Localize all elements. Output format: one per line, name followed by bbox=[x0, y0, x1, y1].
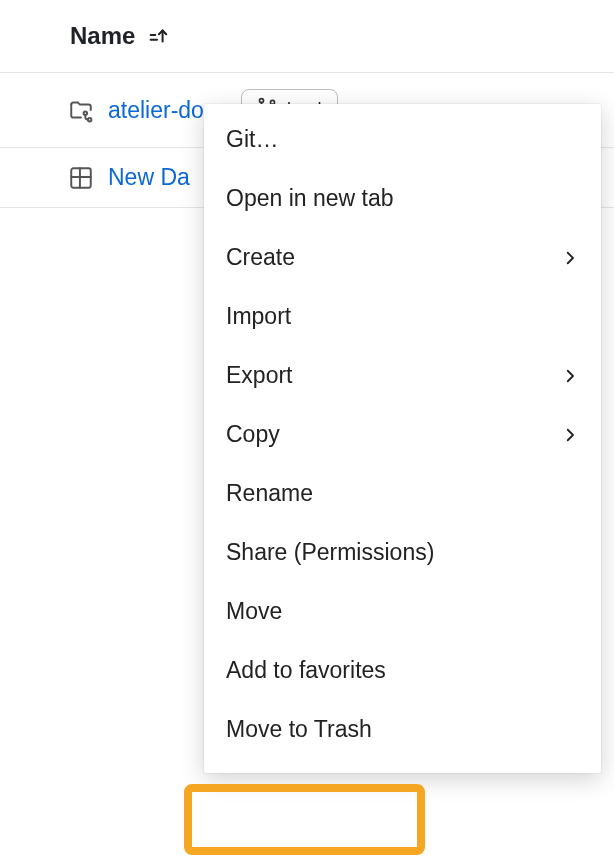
menu-item-label: Import bbox=[226, 303, 291, 330]
menu-item-share[interactable]: Share (Permissions) bbox=[204, 523, 601, 582]
svg-rect-8 bbox=[71, 168, 91, 188]
menu-item-label: Open in new tab bbox=[226, 185, 394, 212]
menu-item-label: Share (Permissions) bbox=[226, 539, 434, 566]
menu-item-label: Move to Trash bbox=[226, 716, 372, 743]
file-row-link[interactable]: New Da bbox=[108, 164, 190, 191]
menu-item-open-new-tab[interactable]: Open in new tab bbox=[204, 169, 601, 228]
chevron-right-icon bbox=[561, 367, 579, 385]
menu-item-copy[interactable]: Copy bbox=[204, 405, 601, 464]
menu-item-label: Copy bbox=[226, 421, 280, 448]
column-header-title: Name bbox=[70, 22, 135, 50]
menu-item-label: Add to favorites bbox=[226, 657, 386, 684]
menu-item-label: Git… bbox=[226, 126, 278, 153]
menu-item-label: Export bbox=[226, 362, 292, 389]
menu-item-git[interactable]: Git… bbox=[204, 110, 601, 169]
sort-icon[interactable] bbox=[147, 25, 169, 47]
context-menu: Git… Open in new tab Create Import Expor… bbox=[204, 104, 601, 773]
menu-item-label: Move bbox=[226, 598, 282, 625]
menu-item-create[interactable]: Create bbox=[204, 228, 601, 287]
column-header[interactable]: Name bbox=[0, 0, 614, 73]
notebook-icon bbox=[68, 165, 94, 191]
menu-item-add-favorites[interactable]: Add to favorites bbox=[204, 641, 601, 700]
chevron-right-icon bbox=[561, 426, 579, 444]
menu-item-move-to-trash[interactable]: Move to Trash bbox=[204, 700, 601, 759]
menu-item-import[interactable]: Import bbox=[204, 287, 601, 346]
git-folder-icon bbox=[68, 97, 94, 123]
chevron-right-icon bbox=[561, 249, 579, 267]
annotation-highlight bbox=[184, 784, 425, 855]
menu-item-move[interactable]: Move bbox=[204, 582, 601, 641]
menu-item-label: Create bbox=[226, 244, 295, 271]
menu-item-label: Rename bbox=[226, 480, 313, 507]
menu-item-export[interactable]: Export bbox=[204, 346, 601, 405]
menu-item-rename[interactable]: Rename bbox=[204, 464, 601, 523]
